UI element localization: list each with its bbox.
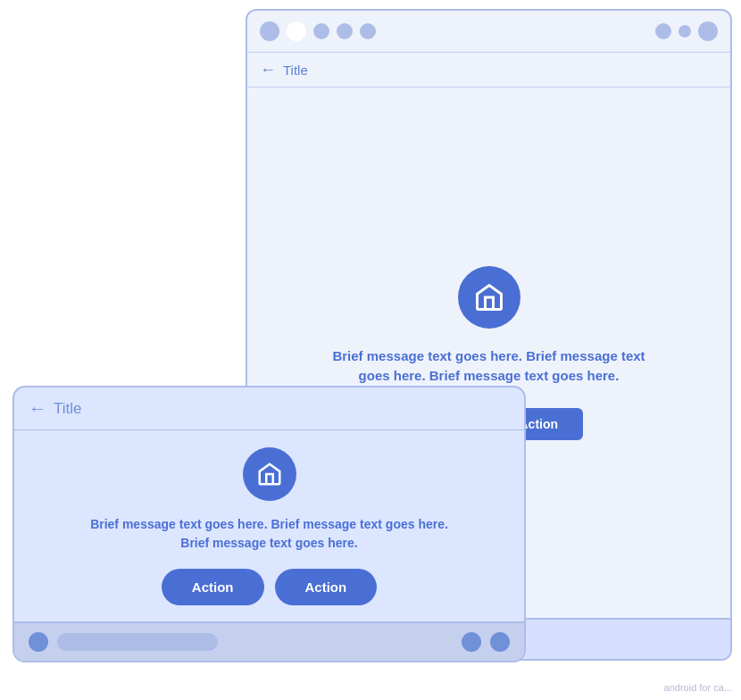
back-arrow-icon[interactable]: ←	[260, 61, 276, 79]
status-dot-4	[337, 23, 353, 39]
nav-bar-front: ← Title	[14, 388, 524, 430]
bottom-bar-left	[29, 632, 218, 652]
bottom-dot-3	[490, 632, 510, 652]
action-buttons-front: Action Action	[162, 569, 377, 605]
status-dot-5	[360, 23, 376, 39]
bottom-bar-pill	[57, 633, 218, 651]
nav-title-back: Title	[283, 62, 308, 78]
status-dots-left	[260, 21, 376, 41]
bottom-dot-2	[462, 632, 481, 652]
home-icon-back	[473, 281, 505, 313]
status-dot-3	[313, 23, 329, 39]
nav-title-front: Title	[54, 400, 82, 418]
home-icon-circle-front	[243, 447, 296, 501]
bottom-dot-1	[29, 632, 48, 652]
watermark: android for ca...	[664, 682, 732, 693]
status-dot-1	[260, 21, 279, 41]
bottom-bar-front	[14, 621, 524, 661]
status-dot-2	[287, 21, 306, 41]
status-dot-r3	[698, 21, 718, 41]
front-screen: ← Title Brief message text goes here. Br…	[12, 386, 526, 662]
message-text-back: Brief message text goes here. Brief mess…	[329, 346, 650, 387]
status-bar-back	[247, 11, 730, 52]
back-arrow-icon-front[interactable]: ←	[29, 398, 46, 419]
action-button-2-front[interactable]: Action	[275, 569, 378, 605]
home-icon-front	[256, 461, 283, 488]
nav-bar-back: ← Title	[247, 52, 730, 88]
content-area-front: Brief message text goes here. Brief mess…	[14, 430, 524, 621]
status-dot-r1	[655, 23, 671, 39]
action-button-1-front[interactable]: Action	[162, 569, 264, 605]
message-text-front: Brief message text goes here. Brief mess…	[82, 515, 457, 553]
status-dots-right	[655, 21, 718, 41]
home-icon-circle-back	[458, 266, 520, 329]
bottom-bar-right	[462, 632, 510, 652]
status-dot-r2	[679, 25, 691, 38]
